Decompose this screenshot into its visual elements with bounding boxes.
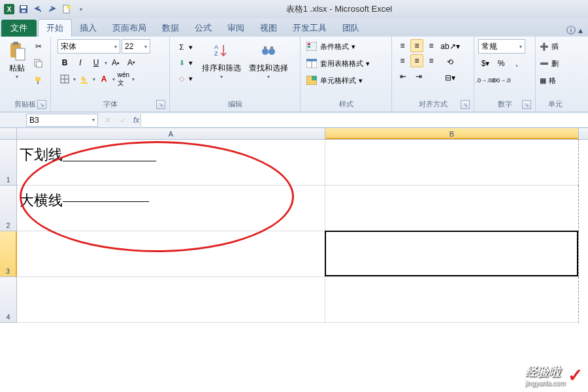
svg-text:A: A (214, 44, 218, 50)
dialog-launcher-icon[interactable]: ↘ (522, 100, 531, 109)
table-format-button[interactable]: 套用表格格式 ▾ (304, 56, 371, 71)
fill-color-icon[interactable] (77, 72, 91, 86)
font-name-select[interactable]: 宋体▾ (57, 39, 120, 54)
undo-icon[interactable] (31, 3, 44, 16)
tab-developer[interactable]: 开发工具 (285, 20, 335, 37)
copy-icon[interactable] (31, 56, 46, 71)
sort-filter-button[interactable]: AZ 排序和筛选 ▾ (199, 39, 244, 81)
svg-rect-23 (308, 46, 310, 48)
tab-insert[interactable]: 插入 (72, 20, 105, 37)
tab-team[interactable]: 团队 (335, 20, 367, 37)
row-header-3[interactable]: 3 (0, 231, 17, 277)
cell-A1[interactable]: 下划线_____________ (17, 140, 325, 186)
delete-cells-button[interactable]: ➖删 (540, 56, 559, 71)
wrap-text-icon[interactable]: ⟲ (440, 55, 460, 69)
row-header-4[interactable]: 4 (0, 277, 17, 323)
save-icon[interactable] (17, 3, 30, 16)
underline-button[interactable]: U (89, 56, 103, 70)
format-painter-icon[interactable] (31, 73, 46, 88)
increase-indent-icon[interactable]: ⇥ (412, 69, 426, 84)
excel-icon[interactable]: X (3, 3, 16, 16)
redo-icon[interactable] (46, 3, 59, 16)
borders-icon[interactable] (57, 72, 72, 86)
cell-B1[interactable] (325, 140, 579, 186)
font-color-icon[interactable]: A (97, 72, 111, 86)
tab-home[interactable]: 开始 (38, 19, 72, 37)
clear-button[interactable]: ◇▾ (176, 72, 193, 85)
watermark-text: 经验啦 (525, 364, 565, 380)
decrease-decimal-icon[interactable]: .00→.0 (494, 73, 508, 88)
number-format-select[interactable]: 常规▾ (478, 39, 525, 54)
svg-rect-22 (308, 43, 310, 45)
file-tab[interactable]: 文件 (1, 20, 37, 37)
fill-button[interactable]: ⬇▾ (176, 56, 193, 69)
styles-group-label: 样式 (304, 98, 387, 110)
tab-view[interactable]: 视图 (252, 20, 285, 37)
checkmark-icon: ✓ (568, 365, 583, 386)
chevron-down-icon: ▾ (16, 74, 18, 80)
comma-icon[interactable]: , (510, 56, 524, 71)
paste-icon (7, 41, 27, 61)
italic-button[interactable]: I (73, 56, 88, 70)
tab-data[interactable]: 数据 (154, 20, 187, 37)
insert-cells-button[interactable]: ➕插 (540, 39, 559, 54)
align-left-icon[interactable]: ≡ (396, 54, 409, 67)
sort-icon: AZ (211, 41, 232, 61)
conditional-format-button[interactable]: 条件格式 ▾ (304, 39, 371, 54)
row-header-1[interactable]: 1 (0, 140, 17, 186)
watermark-url: jingyanla.com (525, 380, 565, 387)
percent-icon[interactable]: % (494, 56, 508, 71)
bold-button[interactable]: B (57, 56, 72, 70)
formula-input[interactable] (140, 114, 588, 127)
cells-group-label: 单元 (540, 98, 571, 110)
cancel-icon[interactable]: ✕ (99, 116, 115, 125)
decrease-indent-icon[interactable]: ⇤ (396, 69, 410, 84)
tab-review[interactable]: 审阅 (220, 20, 252, 37)
name-box[interactable]: B3▾ (26, 114, 98, 127)
align-middle-icon[interactable]: ≡ (410, 39, 423, 52)
cell-B4[interactable] (325, 277, 579, 323)
align-bottom-icon[interactable]: ≡ (425, 39, 438, 52)
new-icon[interactable] (60, 3, 73, 16)
alignment-group-label: 对齐方式↘ (396, 98, 470, 110)
merge-icon[interactable]: ⊟▾ (440, 71, 460, 85)
autosum-button[interactable]: Σ▾ (176, 41, 193, 54)
align-top-icon[interactable]: ≡ (396, 39, 409, 52)
tab-formulas[interactable]: 公式 (187, 20, 220, 37)
row-header-2[interactable]: 2 (0, 186, 17, 231)
tab-page-layout[interactable]: 页面布局 (105, 20, 154, 37)
format-cells-button[interactable]: ▦格 (540, 73, 559, 88)
customize-qat-icon[interactable]: ▾ (74, 3, 88, 16)
find-select-button[interactable]: 查找和选择 ▾ (246, 39, 291, 81)
spreadsheet-grid: A B 1 2 3 4 下划线_____________ 大横线—————— 经… (0, 128, 588, 392)
svg-point-17 (262, 48, 269, 55)
decrease-font-icon[interactable]: A▾ (124, 56, 139, 70)
cut-icon[interactable]: ✂ (31, 39, 46, 54)
orientation-icon[interactable]: ab↗▾ (440, 39, 460, 54)
select-all-corner[interactable] (0, 128, 17, 139)
cell-A2[interactable]: 大横线—————— (17, 186, 325, 231)
cell-A4[interactable] (17, 277, 325, 323)
column-headers: A B (0, 128, 588, 140)
cell-B2[interactable] (325, 186, 579, 231)
increase-font-icon[interactable]: A▴ (108, 56, 123, 70)
column-header-A[interactable]: A (17, 128, 325, 139)
dialog-launcher-icon[interactable]: ↘ (37, 100, 46, 109)
paste-button[interactable]: 粘贴 ▾ (4, 39, 30, 81)
increase-decimal-icon[interactable]: .0→.00 (478, 73, 493, 88)
cell-A3[interactable] (17, 231, 325, 277)
phonetic-icon[interactable]: wén文 (116, 72, 131, 86)
cell-styles-button[interactable]: 单元格样式 ▾ (304, 73, 371, 88)
align-right-icon[interactable]: ≡ (425, 54, 438, 67)
cell-B3[interactable] (325, 231, 579, 277)
font-size-select[interactable]: 22▾ (122, 39, 150, 54)
column-header-B[interactable]: B (325, 128, 579, 139)
dialog-launcher-icon[interactable]: ↘ (156, 100, 165, 109)
fx-icon[interactable]: fx (133, 116, 139, 125)
align-center-icon[interactable]: ≡ (410, 54, 423, 67)
currency-icon[interactable]: $▾ (478, 56, 493, 71)
cell-style-icon (306, 75, 318, 86)
enter-icon[interactable]: ✓ (115, 116, 131, 125)
dialog-launcher-icon[interactable]: ↘ (461, 100, 470, 109)
help-icon[interactable]: ⓘ ▴ (566, 25, 583, 37)
